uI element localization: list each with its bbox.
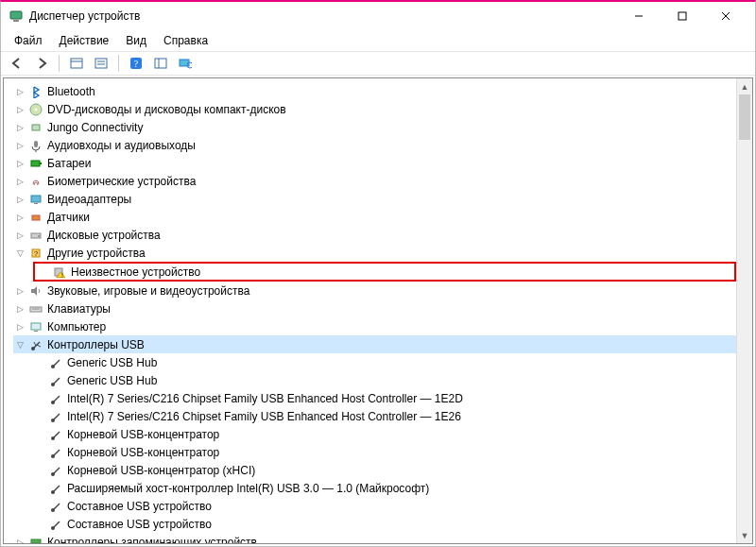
- chevron-right-icon[interactable]: ▷: [13, 139, 26, 152]
- tree-node-batteries[interactable]: ▷ Батареи: [13, 154, 736, 172]
- svg-line-58: [53, 504, 60, 510]
- microphone-icon: [28, 138, 43, 153]
- tree-label: Контроллеры запоминающих устройств: [47, 536, 257, 544]
- chevron-right-icon[interactable]: ▷: [13, 121, 26, 134]
- chevron-right-icon[interactable]: ▷: [13, 193, 26, 206]
- bluetooth-icon: [28, 84, 43, 99]
- tree-node-unknown-device[interactable]: ▷ ! Неизвестное устройство: [33, 262, 736, 282]
- menu-view[interactable]: Вид: [118, 32, 154, 49]
- svg-line-46: [53, 396, 60, 402]
- show-hide-tree-button[interactable]: [66, 53, 87, 74]
- chevron-right-icon[interactable]: ▷: [13, 536, 26, 544]
- usb-device-icon: [48, 517, 63, 532]
- storage-controller-icon: [28, 535, 43, 544]
- tree-node-usb-composite[interactable]: ▷Составное USB устройство: [33, 515, 736, 533]
- svg-line-54: [53, 468, 60, 474]
- show-hidden-button[interactable]: [175, 53, 196, 74]
- tree-node-usb-controllers[interactable]: ▽ Контроллеры USB ▷Generic USB Hub ▷Gene…: [13, 335, 736, 533]
- menubar: Файл Действие Вид Справка: [1, 30, 755, 51]
- chevron-right-icon[interactable]: ▷: [13, 284, 26, 298]
- usb-device-icon: [48, 391, 63, 406]
- tree-label: Составное USB устройство: [67, 500, 212, 513]
- disc-icon: [28, 102, 43, 117]
- tree-node-usb-root-hub[interactable]: ▷Корневой USB-концентратор: [33, 443, 736, 461]
- tree-node-keyboards[interactable]: ▷ Клавиатуры: [13, 299, 736, 317]
- menu-help[interactable]: Справка: [156, 32, 215, 49]
- tree-node-audio-io[interactable]: ▷ Аудиовходы и аудиовыходы: [13, 136, 736, 154]
- speaker-icon: [28, 283, 43, 299]
- tree-label: Intel(R) 7 Series/C216 Chipset Family US…: [67, 410, 461, 423]
- chevron-right-icon[interactable]: ▷: [13, 302, 26, 316]
- tree-node-dvd[interactable]: ▷ DVD-дисководы и дисководы компакт-диск…: [13, 100, 736, 118]
- minimize-button[interactable]: [617, 2, 661, 30]
- tree-label: Клавиатуры: [47, 302, 111, 316]
- properties-button[interactable]: [91, 53, 112, 74]
- tree-label: Дисковые устройства: [47, 229, 161, 242]
- tree-node-sound[interactable]: ▷ Звуковые, игровые и видеоустройства: [13, 282, 736, 299]
- chevron-down-icon[interactable]: ▽: [13, 338, 26, 351]
- close-button[interactable]: [704, 2, 747, 30]
- tree-label: Звуковые, игровые и видеоустройства: [47, 284, 249, 298]
- scrollbar-thumb[interactable]: [739, 94, 750, 140]
- maximize-button[interactable]: [661, 2, 704, 30]
- tree-node-biometric[interactable]: ▷ Биометрические устройства: [13, 172, 736, 190]
- chevron-right-icon[interactable]: ▷: [13, 175, 26, 188]
- svg-rect-61: [31, 539, 41, 543]
- svg-text:?: ?: [34, 249, 39, 258]
- scroll-up-arrow-icon[interactable]: ▲: [737, 78, 752, 94]
- svg-line-52: [53, 450, 60, 456]
- tree-label: Jungo Connectivity: [47, 121, 143, 134]
- tree-node-bluetooth[interactable]: ▷ Bluetooth: [13, 82, 736, 100]
- tree-label: Корневой USB-концентратор (xHCI): [67, 464, 255, 477]
- tree-label: Intel(R) 7 Series/C216 Chipset Family US…: [67, 392, 463, 405]
- back-button[interactable]: [7, 53, 27, 74]
- help-button[interactable]: ?: [126, 53, 146, 74]
- svg-line-39: [37, 345, 41, 347]
- tree-label: DVD-дисководы и дисководы компакт-дисков: [47, 103, 286, 116]
- tree-node-other[interactable]: ▽ ? Другие устройства ▷ ! Неизвестное ус…: [13, 244, 736, 282]
- tree-node-usb-xhci-ext[interactable]: ▷Расширяемый хост-контроллер Intel(R) US…: [33, 479, 736, 497]
- content-pane: ▷ Bluetooth ▷ DVD-дисководы и дисководы …: [3, 77, 753, 544]
- fingerprint-icon: [28, 174, 43, 189]
- tree-label: Неизвестное устройство: [71, 265, 200, 279]
- chevron-right-icon[interactable]: ▷: [13, 103, 26, 116]
- display-adapter-icon: [28, 192, 43, 207]
- tree-node-sensors[interactable]: ▷ Датчики: [13, 208, 736, 226]
- chevron-right-icon[interactable]: ▷: [13, 211, 26, 224]
- tree-node-disk[interactable]: ▷ Дисковые устройства: [13, 226, 736, 244]
- forward-button[interactable]: [31, 53, 52, 74]
- tree-node-usb-composite[interactable]: ▷Составное USB устройство: [33, 497, 736, 515]
- tree-node-usb-root-hub[interactable]: ▷Корневой USB-концентратор: [33, 425, 736, 443]
- tree-node-computer[interactable]: ▷ Компьютер: [13, 317, 736, 335]
- scan-hardware-button[interactable]: [150, 53, 171, 74]
- tree-node-usb-hub[interactable]: ▷Generic USB Hub: [33, 371, 736, 389]
- chevron-right-icon[interactable]: ▷: [13, 157, 26, 170]
- tree-label: Батареи: [47, 157, 91, 170]
- svg-line-56: [53, 486, 60, 492]
- toolbar-separator: [59, 55, 60, 72]
- menu-action[interactable]: Действие: [52, 32, 117, 49]
- tree-node-usb-root-hub-xhci[interactable]: ▷Корневой USB-концентратор (xHCI): [33, 461, 736, 479]
- menu-file[interactable]: Файл: [7, 32, 50, 49]
- tree-node-storage-controllers[interactable]: ▷ Контроллеры запоминающих устройств: [13, 533, 736, 543]
- chevron-down-icon[interactable]: ▽: [13, 247, 26, 260]
- tree-node-video[interactable]: ▷ Видеоадаптеры: [13, 190, 736, 208]
- svg-rect-26: [32, 215, 40, 220]
- tree-node-usb-intel[interactable]: ▷Intel(R) 7 Series/C216 Chipset Family U…: [33, 407, 736, 425]
- titlebar: Диспетчер устройств: [1, 2, 755, 30]
- tree-node-usb-intel[interactable]: ▷Intel(R) 7 Series/C216 Chipset Family U…: [33, 389, 736, 407]
- tree-node-usb-hub[interactable]: ▷Generic USB Hub: [33, 353, 736, 371]
- vertical-scrollbar[interactable]: ▲ ▼: [736, 78, 752, 543]
- usb-device-icon: [48, 445, 63, 460]
- tree-node-jungo[interactable]: ▷ Jungo Connectivity: [13, 118, 736, 136]
- tree-label: Аудиовходы и аудиовыходы: [47, 139, 196, 152]
- chevron-right-icon[interactable]: ▷: [13, 229, 26, 242]
- svg-point-28: [38, 235, 40, 237]
- chevron-right-icon[interactable]: ▷: [13, 85, 26, 98]
- usb-device-icon: [48, 427, 63, 442]
- device-tree[interactable]: ▷ Bluetooth ▷ DVD-дисководы и дисководы …: [4, 78, 736, 543]
- chevron-right-icon[interactable]: ▷: [13, 320, 26, 333]
- scroll-down-arrow-icon[interactable]: ▼: [737, 527, 752, 543]
- tree-label: Другие устройства: [47, 247, 146, 260]
- svg-line-50: [53, 432, 60, 438]
